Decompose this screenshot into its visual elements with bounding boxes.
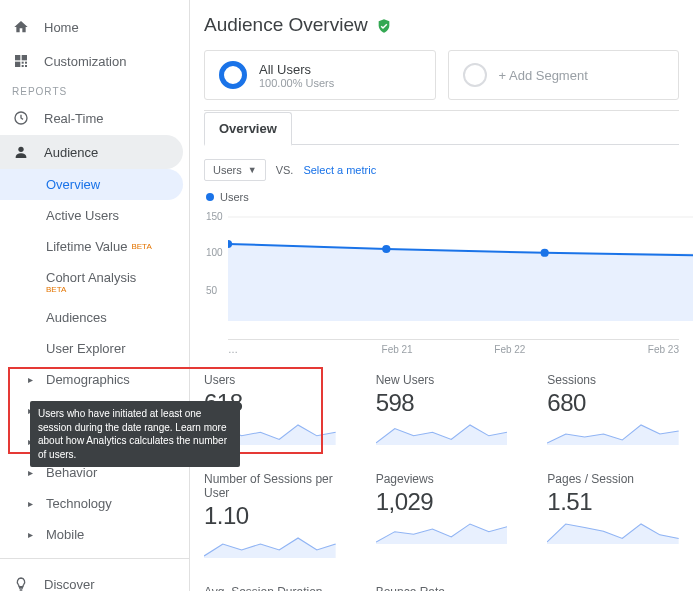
divider [0, 558, 189, 559]
verified-shield-icon [376, 17, 392, 33]
metric-label: Number of Sessions per User [204, 472, 336, 500]
segment-subtitle: 100.00% Users [259, 77, 334, 89]
expandable-label: Demographics [46, 372, 130, 387]
subnav-label: Lifetime Value [46, 239, 127, 254]
subnav-overview[interactable]: Overview [0, 169, 183, 200]
svg-rect-3 [22, 62, 24, 64]
tooltip: Users who have initiated at least one se… [190, 401, 240, 467]
beta-badge: BETA [46, 285, 66, 294]
legend-series-users: Users [220, 191, 249, 203]
metric-value: 1.51 [547, 488, 679, 516]
metric-label: Bounce Rate [376, 585, 508, 591]
subnav-label: Active Users [46, 208, 119, 223]
subnav-label: Overview [46, 177, 100, 192]
metric-new-users[interactable]: New Users598 [376, 373, 508, 448]
subnav-active-users[interactable]: Active Users [0, 200, 183, 231]
metric-sessions[interactable]: Sessions680 [547, 373, 679, 448]
subnav-cohort-analysis[interactable]: Cohort Analysis BETA [0, 262, 183, 302]
sidebar-item-label: Customization [44, 54, 126, 69]
page-title: Audience Overview [204, 14, 368, 36]
add-segment-label: + Add Segment [499, 68, 588, 83]
x-tick: Feb 22 [454, 340, 567, 355]
subnav-label: Cohort Analysis [46, 270, 136, 285]
sidebar-item-label: Real-Time [44, 111, 103, 126]
metric-label: Pages / Session [547, 472, 679, 486]
metric-avg-session-duration[interactable]: Avg. Session Duration00:00:57 [204, 585, 336, 591]
metric-value: 680 [547, 389, 679, 417]
svg-marker-20 [204, 538, 336, 558]
metric-selector[interactable]: Users ▼ [204, 159, 266, 181]
metric-pageviews[interactable]: Pageviews1,029 [376, 472, 508, 561]
sparkline [547, 520, 679, 544]
metric-sessions-per-user[interactable]: Number of Sessions per User1.10 [204, 472, 336, 561]
metric-label: Pageviews [376, 472, 508, 486]
expandable-label: Technology [46, 496, 112, 511]
metric-label: Sessions [547, 373, 679, 387]
subnav-user-explorer[interactable]: User Explorer [0, 333, 183, 364]
donut-placeholder-icon [463, 63, 487, 87]
legend-dot-icon [206, 193, 214, 201]
metric-label: Users [204, 373, 336, 387]
subnav-demographics[interactable]: ▸ Demographics [0, 364, 189, 395]
svg-rect-6 [25, 65, 27, 67]
sidebar-item-label: Home [44, 20, 79, 35]
sidebar-item-label: Discover [44, 577, 95, 592]
segment-all-users[interactable]: All Users 100.00% Users [204, 50, 436, 100]
sparkline [547, 421, 679, 445]
sparkline [376, 421, 508, 445]
caret-icon: ▸ [28, 498, 38, 509]
subnav-mobile[interactable]: ▸ Mobile [0, 519, 189, 550]
lightbulb-icon [12, 575, 30, 591]
subnav-lifetime-value[interactable]: Lifetime Value BETA [0, 231, 183, 262]
segment-title: All Users [259, 62, 334, 77]
sidebar-item-customization[interactable]: Customization [0, 44, 189, 78]
caret-icon: ▸ [28, 374, 38, 385]
tab-label: Overview [219, 121, 277, 136]
subnav-audiences[interactable]: Audiences [0, 302, 183, 333]
tab-overview[interactable]: Overview [204, 112, 292, 146]
caret-icon: ▸ [28, 467, 38, 478]
svg-point-15 [541, 249, 549, 257]
tooltip-text: Users who have initiated at least one se… [190, 408, 227, 460]
caret-icon: ▸ [28, 529, 38, 540]
main-content: Audience Overview All Users 100.00% User… [190, 0, 693, 591]
sidebar: Home Customization Reports Real-Time Aud… [0, 0, 190, 591]
subnav-technology[interactable]: ▸ Technology [0, 488, 189, 519]
sidebar-item-label: Audience [44, 145, 98, 160]
metric-value: 1,029 [376, 488, 508, 516]
svg-marker-19 [547, 425, 679, 445]
dashboard-icon [12, 52, 30, 70]
svg-rect-4 [25, 62, 27, 64]
subnav-label: User Explorer [46, 341, 125, 356]
metric-pages-per-session[interactable]: Pages / Session1.51 [547, 472, 679, 561]
sidebar-item-real-time[interactable]: Real-Time [0, 101, 189, 135]
svg-rect-0 [15, 55, 20, 60]
y-tick: 150 [206, 211, 223, 222]
metric-selector-label: Users [213, 164, 242, 176]
line-chart: 150 100 50 [204, 209, 679, 339]
expandable-label: Mobile [46, 527, 84, 542]
select-metric-link[interactable]: Select a metric [303, 164, 376, 176]
y-tick: 50 [206, 285, 217, 296]
beta-badge: BETA [131, 242, 151, 251]
donut-icon [219, 61, 247, 89]
svg-point-14 [382, 245, 390, 253]
svg-marker-12 [228, 244, 693, 321]
svg-marker-21 [376, 524, 508, 544]
section-label-reports: Reports [0, 78, 189, 101]
metrics-grid: Users618New Users598Sessions680Number of… [204, 373, 679, 591]
person-icon [12, 143, 30, 161]
sparkline [376, 520, 508, 544]
clock-icon [12, 109, 30, 127]
metric-label: New Users [376, 373, 508, 387]
x-tick: Feb 21 [341, 340, 454, 355]
add-segment-button[interactable]: + Add Segment [448, 50, 680, 100]
sidebar-item-discover[interactable]: Discover [0, 567, 189, 591]
sidebar-item-home[interactable]: Home [0, 10, 189, 44]
vs-label: VS. [276, 164, 294, 176]
metric-bounce-rate[interactable]: Bounce Rate75.15% [376, 585, 508, 591]
sidebar-item-audience[interactable]: Audience [0, 135, 183, 169]
x-tick: Feb 23 [566, 340, 679, 355]
svg-rect-5 [22, 65, 24, 67]
svg-rect-2 [15, 62, 20, 67]
